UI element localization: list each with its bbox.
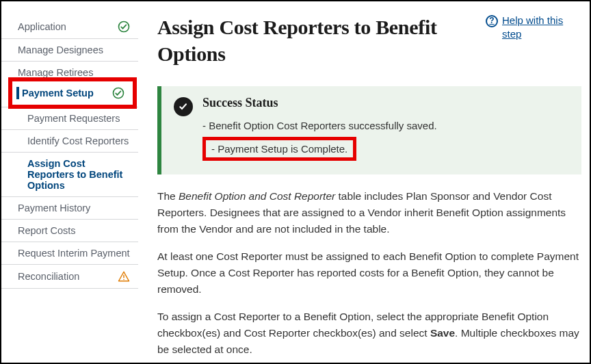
alert-heading: Success Status	[202, 96, 437, 110]
checkmark-icon	[118, 21, 130, 33]
checkmark-icon	[112, 87, 124, 99]
nav-identify-cost-reporters[interactable]: Identify Cost Reporters	[1, 130, 138, 153]
nav-manage-designees[interactable]: Manage Designees	[1, 39, 138, 62]
body-text: The Benefit Option and Cost Reporter tab…	[157, 188, 581, 364]
highlight-payment-setup: Payment Setup	[8, 77, 137, 109]
nav-application[interactable]: Application	[1, 15, 138, 39]
nav-assign-cost-reporters[interactable]: Assign Cost Reporters to Benefit Options	[1, 153, 138, 197]
nav-label: Reconciliation	[18, 271, 79, 282]
paragraph-1: The Benefit Option and Cost Reporter tab…	[157, 188, 581, 237]
nav-label: Request Interim Payment	[18, 248, 130, 259]
nav-label: Manage Designees	[18, 44, 103, 55]
nav-label: Assign Cost Reporters to Benefit Options	[27, 158, 130, 191]
nav-label: Manage Retirees	[18, 67, 93, 78]
nav-label: Payment Setup	[22, 88, 94, 99]
checkmark-filled-icon	[174, 97, 193, 116]
nav-report-costs[interactable]: Report Costs	[1, 220, 138, 242]
success-alert: Success Status Benefit Option Cost Repor…	[157, 86, 581, 174]
paragraph-2: At least one Cost Reporter must be assig…	[157, 248, 581, 298]
help-link[interactable]: ? Help with this step	[486, 14, 581, 40]
paragraph-3: To assign a Cost Reporter to a Benefit O…	[157, 309, 581, 358]
header-row: Assign Cost Reporters to Benefit Options…	[157, 14, 581, 67]
nav-label: Payment Requesters	[27, 113, 120, 124]
alert-message: Benefit Option Cost Reporters successful…	[202, 117, 437, 134]
warning-icon	[118, 270, 130, 283]
nav-reconciliation[interactable]: Reconciliation	[1, 265, 138, 289]
nav-payment-history[interactable]: Payment History	[1, 197, 138, 220]
nav-label: Identify Cost Reporters	[27, 135, 129, 146]
main-content: Assign Cost Reporters to Benefit Options…	[138, 7, 581, 363]
nav-payment-setup[interactable]: Payment Setup	[12, 81, 133, 105]
nav-label: Payment History	[18, 203, 90, 213]
alert-message: Payment Setup is Complete.	[211, 143, 347, 155]
svg-point-3	[123, 279, 124, 281]
nav-request-interim-payment[interactable]: Request Interim Payment	[1, 242, 138, 265]
alert-body: Success Status Benefit Option Cost Repor…	[202, 96, 437, 161]
nav-label: Application	[18, 21, 66, 32]
page-title: Assign Cost Reporters to Benefit Options	[157, 14, 472, 67]
question-icon: ?	[486, 15, 498, 27]
nav-label: Report Costs	[18, 225, 76, 236]
highlight-payment-complete: Payment Setup is Complete.	[202, 137, 356, 161]
help-text: Help with this step	[502, 14, 581, 40]
nav-payment-requesters[interactable]: Payment Requesters	[1, 107, 138, 130]
sidebar-nav: Application Manage Designees Manage Reti…	[1, 7, 138, 363]
